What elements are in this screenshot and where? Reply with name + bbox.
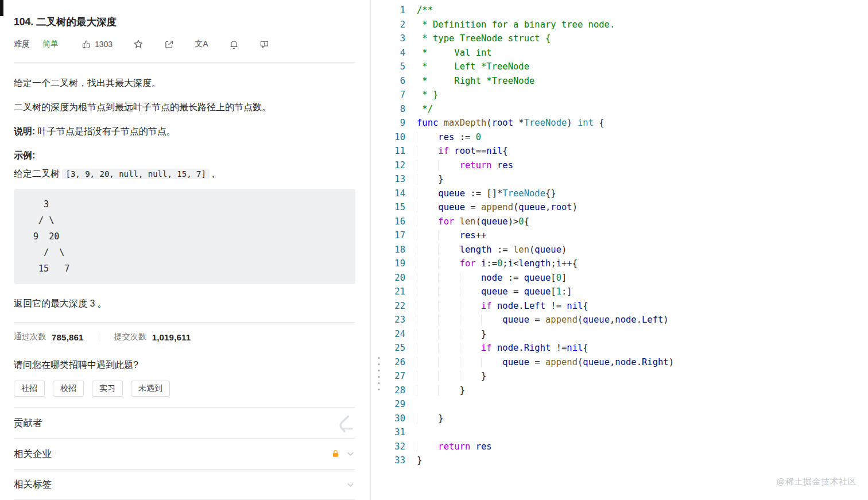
code-line[interactable]: 6 * Right *TreeNode (387, 74, 868, 88)
line-number: 29 (387, 397, 405, 412)
code-line[interactable]: 30 } (387, 412, 868, 426)
code-line[interactable]: 16 for len(queue)>0{ (387, 215, 868, 229)
chevron-down-icon[interactable] (346, 480, 355, 490)
code-line-text: * Left *TreeNode (417, 60, 529, 74)
code-line[interactable]: 4 * Val int (387, 46, 868, 60)
translate-icon: 文A (195, 39, 208, 49)
survey-options: 社招 校招 实习 未遇到 (14, 381, 355, 397)
line-number: 21 (387, 285, 405, 299)
line-number: 26 (387, 355, 405, 370)
contributor-logo-icon (335, 413, 355, 433)
code-line[interactable]: 15 queue = append(queue,root) (387, 200, 868, 215)
code-line[interactable]: 10 res := 0 (387, 130, 868, 145)
header-divider (14, 62, 355, 63)
favorite-button[interactable] (133, 39, 144, 49)
like-button[interactable]: 1303 (82, 40, 113, 49)
code-line[interactable]: 3 * type TreeNode struct { (387, 32, 868, 46)
stats-divider (14, 322, 355, 323)
code-line[interactable]: 18 length := len(queue) (387, 243, 868, 257)
code-line[interactable]: 8 */ (387, 102, 868, 117)
line-number: 15 (387, 200, 405, 215)
code-line[interactable]: 25 if node.Right !=nil{ (387, 341, 868, 355)
line-number: 24 (387, 327, 405, 342)
indent-guide (417, 315, 502, 325)
left-scrollbar-thumb[interactable] (0, 0, 3, 16)
code-area[interactable]: 1/**2 * Definition for a binary tree nod… (387, 3, 868, 468)
code-line[interactable]: 9func maxDepth(root *TreeNode) int { (387, 116, 868, 130)
example-label: 示例: (14, 149, 355, 162)
code-line-text: func maxDepth(root *TreeNode) int { (417, 116, 604, 130)
code-line[interactable]: 1/** (387, 3, 868, 18)
code-line[interactable]: 19 for i:=0;i<length;i++{ (387, 257, 868, 271)
example-input-line: 给定二叉树 [3, 9, 20, null, null, 15, 7] , (14, 167, 355, 181)
line-number: 11 (387, 144, 405, 158)
indent-guide (417, 216, 438, 227)
related-companies-label: 相关企业i (14, 448, 56, 460)
code-line-text: /** (417, 3, 433, 18)
line-number: 14 (387, 187, 405, 201)
survey-option-button[interactable]: 未遇到 (131, 381, 170, 397)
line-number: 28 (387, 383, 405, 398)
indent-guide (417, 343, 481, 353)
line-number: 31 (387, 425, 405, 440)
code-line[interactable]: 2 * Definition for a binary tree node. (387, 18, 868, 32)
indent-guide (417, 188, 438, 199)
stats-bar: 通过次数 785,861 提交次数 1,019,611 (14, 332, 355, 342)
indent-guide (417, 286, 481, 297)
translate-button[interactable]: 文A (195, 39, 208, 49)
section-related-tags[interactable]: 相关标签 (14, 469, 355, 500)
chevron-down-icon[interactable] (346, 449, 355, 459)
code-line-text: queue = append(queue,node.Left) (417, 313, 669, 327)
code-line[interactable]: 32 return res (387, 440, 868, 454)
code-line[interactable]: 21 queue = queue[1:] (387, 285, 868, 299)
indent-guide (417, 441, 438, 452)
code-line-text: } (417, 454, 422, 468)
survey-option-button[interactable]: 社招 (14, 381, 45, 397)
section-related-companies[interactable]: 相关企业i (14, 438, 355, 469)
code-line[interactable]: 22 if node.Left != nil{ (387, 299, 868, 313)
section-contributors[interactable]: 贡献者 (14, 407, 355, 438)
code-line[interactable]: 14 queue := []*TreeNode{} (387, 187, 868, 201)
survey-option-button[interactable]: 校招 (53, 381, 84, 397)
problem-panel: 104. 二叉树的最大深度 难度 简单 1303 文 (0, 0, 371, 500)
related-tags-label: 相关标签 (14, 478, 52, 491)
code-line-text: res++ (417, 228, 486, 243)
feedback-button[interactable] (259, 40, 269, 49)
line-number: 8 (387, 102, 405, 117)
code-line-text: res := 0 (417, 130, 481, 145)
code-line-text: } (417, 369, 486, 383)
code-line[interactable]: 26 queue = append(queue,node.Right) (387, 355, 868, 370)
code-line[interactable]: 31 (387, 425, 868, 440)
indent-guide (417, 174, 438, 184)
code-line-text: } (417, 412, 444, 426)
note-paragraph: 说明: 叶子节点是指没有子节点的节点。 (14, 125, 355, 138)
survey-question: 请问您在哪类招聘中遇到此题? (14, 359, 355, 371)
code-line[interactable]: 24 } (387, 327, 868, 342)
code-line[interactable]: 17 res++ (387, 228, 868, 243)
code-line[interactable]: 33} (387, 454, 868, 468)
indent-guide (417, 258, 460, 269)
drag-grip-icon[interactable] (378, 357, 380, 390)
code-line-text: return res (417, 158, 513, 173)
code-line[interactable]: 23 queue = append(queue,node.Left) (387, 313, 868, 327)
code-line[interactable]: 27 } (387, 369, 868, 383)
code-line[interactable]: 20 node := queue[0] (387, 271, 868, 285)
code-line[interactable]: 5 * Left *TreeNode (387, 60, 868, 74)
code-line[interactable]: 28 } (387, 383, 868, 398)
code-line[interactable]: 12 return res (387, 158, 868, 173)
code-editor[interactable]: 1/**2 * Definition for a binary tree nod… (387, 0, 868, 500)
code-line[interactable]: 13 } (387, 172, 868, 187)
line-number: 7 (387, 88, 405, 102)
line-number: 10 (387, 130, 405, 145)
thumbs-up-icon (82, 40, 91, 49)
difficulty-badge: 简单 (42, 39, 59, 49)
survey-option-button[interactable]: 实习 (92, 381, 123, 397)
code-line[interactable]: 29 (387, 397, 868, 412)
notification-button[interactable] (229, 40, 239, 49)
note-text: 叶子节点是指没有子节点的节点。 (35, 126, 175, 136)
panel-resize-handle[interactable] (371, 0, 387, 500)
share-icon (164, 40, 174, 49)
code-line[interactable]: 11 if root==nil{ (387, 144, 868, 158)
code-line[interactable]: 7 * } (387, 88, 868, 102)
share-button[interactable] (164, 40, 174, 49)
